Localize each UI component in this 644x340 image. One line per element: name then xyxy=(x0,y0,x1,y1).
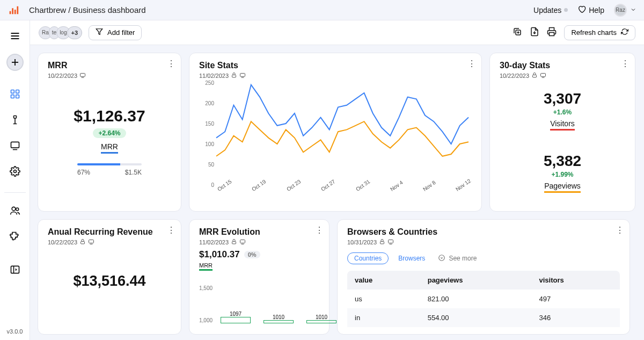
visitors-change: +1.6% xyxy=(553,108,572,116)
table-row[interactable]: us821.00497 xyxy=(347,290,620,308)
card-menu-icon[interactable]: ⋮ xyxy=(616,225,624,235)
card-date: 10/31/2023 xyxy=(347,239,377,245)
add-filter-button[interactable]: Add filter xyxy=(89,25,142,40)
display-icon xyxy=(79,72,86,79)
status-dot-icon xyxy=(564,8,568,12)
heart-icon xyxy=(577,5,586,15)
avatar: Raz xyxy=(614,4,627,17)
svg-rect-33 xyxy=(240,240,245,243)
mrr-evolution-chart: 1,0001,500109710101010 xyxy=(221,280,319,323)
svg-rect-36 xyxy=(389,240,393,243)
card-title: Site Stats xyxy=(199,61,472,70)
table-cell: 497 xyxy=(531,290,620,308)
table-cell: 346 xyxy=(531,308,620,327)
svg-rect-35 xyxy=(380,242,384,244)
svg-point-11 xyxy=(13,170,16,173)
refresh-label: Refresh charts xyxy=(571,28,617,37)
lock-icon xyxy=(79,238,86,246)
mrr-label: MRR xyxy=(101,142,118,154)
progress-max: $1.5K xyxy=(125,169,142,176)
refresh-icon xyxy=(621,28,628,37)
card-menu-icon[interactable]: ⋮ xyxy=(167,59,175,69)
table-cell: 821.00 xyxy=(420,290,532,308)
svg-rect-23 xyxy=(232,75,236,78)
pageviews-value: 5,382 xyxy=(544,153,581,170)
arr-card: ⋮ Anual Recurring Revenue 10/22/2023 $13… xyxy=(38,219,181,335)
svg-rect-9 xyxy=(11,142,19,148)
svg-rect-6 xyxy=(16,90,19,93)
visitors-value: 3,307 xyxy=(544,90,581,107)
card-date: 10/22/2023 xyxy=(48,239,77,245)
help-button[interactable]: Help xyxy=(577,5,604,15)
svg-marker-16 xyxy=(96,29,103,35)
tab-countries[interactable]: Countries xyxy=(347,252,389,264)
visitors-label: Visitors xyxy=(550,119,575,131)
refresh-charts-button[interactable]: Refresh charts xyxy=(564,25,635,40)
sidebar-dashboards[interactable] xyxy=(7,86,23,102)
sidebar-integrations[interactable] xyxy=(7,228,23,244)
card-menu-icon[interactable]: ⋮ xyxy=(621,59,630,69)
see-more-label: See more xyxy=(449,255,477,262)
logo-icon xyxy=(8,4,19,16)
export-icon[interactable] xyxy=(530,27,539,39)
svg-rect-30 xyxy=(89,240,94,243)
card-menu-icon[interactable]: ⋮ xyxy=(467,59,476,69)
print-icon[interactable] xyxy=(547,27,557,39)
sidebar-team[interactable] xyxy=(7,202,23,219)
table-cell: us xyxy=(347,290,420,308)
mrr-value: $1,126.37 xyxy=(74,107,145,125)
card-menu-icon[interactable]: ⋮ xyxy=(315,225,324,235)
sidebar-collapse[interactable] xyxy=(7,262,23,278)
card-menu-icon[interactable]: ⋮ xyxy=(167,225,175,235)
col-visitors[interactable]: visitors xyxy=(531,271,620,290)
table-cell: in xyxy=(347,308,420,327)
thirty-day-stats-card: ⋮ 30-day Stats 10/22/2023 3,307 +1.6% Vi… xyxy=(489,53,635,212)
lock-icon xyxy=(231,72,237,79)
svg-rect-21 xyxy=(80,74,85,77)
col-pageviews[interactable]: pageviews xyxy=(420,271,532,290)
card-date: 11/02/2023 xyxy=(199,73,229,79)
display-icon xyxy=(239,238,246,246)
top-bar: Chartbrew / Business dashboard Updates H… xyxy=(0,0,644,20)
mrr-change: +2.64% xyxy=(93,128,126,138)
svg-rect-32 xyxy=(232,242,236,244)
svg-rect-27 xyxy=(541,74,546,77)
menu-toggle[interactable] xyxy=(7,28,23,44)
help-label: Help xyxy=(589,6,604,15)
duplicate-icon[interactable] xyxy=(513,27,522,39)
sidebar-display[interactable] xyxy=(7,138,23,154)
progress-pct: 67% xyxy=(77,169,90,176)
card-title: Anual Recurring Revenue xyxy=(48,227,171,237)
lock-icon xyxy=(531,72,538,79)
card-date: 10/22/2023 xyxy=(48,73,77,79)
filter-chips[interactable]: Ra te log +3 xyxy=(39,26,79,39)
see-more-button[interactable]: See more xyxy=(438,254,477,263)
filter-icon xyxy=(96,28,103,37)
filter-chip-more[interactable]: +3 xyxy=(67,26,83,39)
display-icon xyxy=(540,72,546,79)
svg-rect-5 xyxy=(11,90,14,93)
pageviews-change: +1.99% xyxy=(551,171,573,178)
card-date: 10/22/2023 xyxy=(500,73,529,79)
table-row[interactable]: in554.00346 xyxy=(347,308,620,327)
browsers-countries-card: ⋮ Browsers & Countries 10/31/2023 Countr… xyxy=(337,219,630,335)
site-stats-chart: 050100150200250Oct 15Oct 19Oct 23Oct 27O… xyxy=(199,83,472,201)
svg-rect-24 xyxy=(240,74,245,77)
col-value[interactable]: value xyxy=(347,271,420,290)
lock-icon xyxy=(379,238,385,246)
mrr-card: ⋮ MRR 10/22/2023 $1,126.37 +2.64% MRR xyxy=(38,53,181,212)
updates-button[interactable]: Updates xyxy=(533,6,568,15)
chevron-circle-icon xyxy=(438,254,445,263)
sidebar-connections[interactable] xyxy=(7,112,23,128)
tab-browsers[interactable]: Browsers xyxy=(398,255,425,262)
breadcrumb[interactable]: Chartbrew / Business dashboard xyxy=(29,5,533,15)
svg-rect-7 xyxy=(11,95,14,98)
display-icon xyxy=(387,238,394,246)
sidebar-settings[interactable] xyxy=(7,163,23,179)
user-menu[interactable]: Raz xyxy=(614,4,636,17)
mrrevo-change: 0% xyxy=(244,251,260,258)
progress-bar xyxy=(77,163,142,165)
arr-value: $13,516.44 xyxy=(73,273,145,290)
add-button[interactable] xyxy=(6,54,24,71)
add-filter-label: Add filter xyxy=(107,28,135,37)
